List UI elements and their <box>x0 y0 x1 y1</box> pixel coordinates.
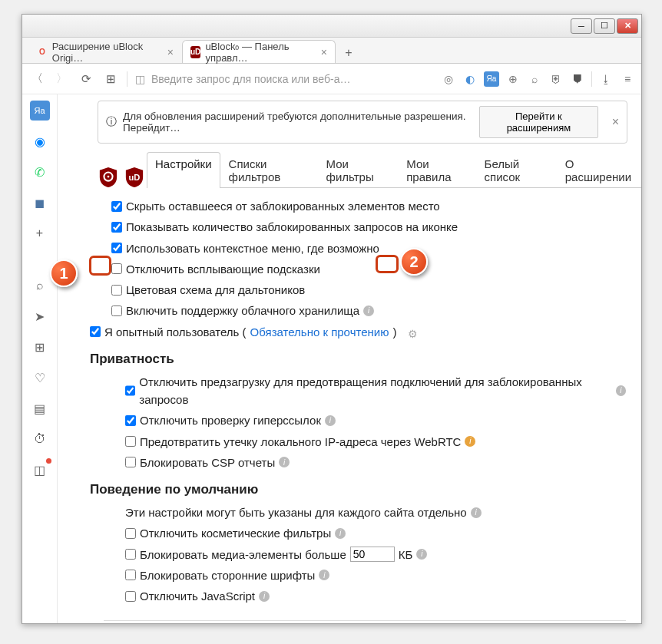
globe-icon[interactable]: ⊕ <box>505 71 521 87</box>
checkbox-webrtc[interactable] <box>125 436 136 447</box>
required-reading-link[interactable]: Обязательно к прочтению <box>250 323 389 341</box>
media-size-input[interactable] <box>350 547 395 562</box>
shield-icon[interactable]: ⛨ <box>548 71 564 87</box>
tab-filter-lists[interactable]: Списки фильтров <box>220 152 318 188</box>
download-icon[interactable]: ⭳ <box>598 71 614 87</box>
label: Цветовая схема для дальтоников <box>126 281 305 299</box>
forward-button[interactable]: 〉 <box>53 71 70 88</box>
info-icon[interactable]: i <box>279 457 290 467</box>
sidebar-search-icon[interactable]: ⌕ <box>30 276 50 296</box>
callout-2: 2 <box>400 248 428 276</box>
search-icon[interactable]: ⌕ <box>527 71 542 87</box>
sidebar-vk-icon[interactable]: ◼ <box>30 193 50 213</box>
tab-label: Расширение uBlock Origi… <box>52 41 160 64</box>
sidebar-grid-icon[interactable]: ⊞ <box>30 337 50 357</box>
checkbox-disable-hyperlink-audit[interactable] <box>125 415 136 426</box>
info-icon[interactable]: i <box>325 415 336 426</box>
translate-icon[interactable]: Яa <box>484 71 499 87</box>
checkbox-context-menu[interactable] <box>111 243 122 253</box>
sidebar-history-icon[interactable]: ⏱ <box>30 429 50 449</box>
camera-icon[interactable]: ◎ <box>441 71 456 87</box>
window-maximize-button[interactable]: ☐ <box>594 18 615 34</box>
settings-panel: Скрыть оставшееся от заблокированных эле… <box>67 188 641 623</box>
divider <box>127 71 127 87</box>
extension-icon: ◫ <box>135 73 145 85</box>
sidebar-add-icon[interactable]: + <box>30 223 50 243</box>
tab-settings[interactable]: Настройки <box>147 152 220 188</box>
sidebar: Яa ◉ ✆ ◼ + ⌕ ➤ ⊞ ♡ ▤ ⏱ ◫ <box>22 94 58 623</box>
label: Включить поддержку облачного хранилища <box>126 302 359 319</box>
tab-extension[interactable]: O Расширение uBlock Origi… × <box>28 40 182 63</box>
sidebar-translate-icon[interactable]: Яa <box>30 101 50 121</box>
sidebar-package-icon[interactable]: ◫ <box>30 460 50 480</box>
label: Отключить JavaScript <box>140 587 255 605</box>
label: Отключить всплывающие подсказки <box>126 260 320 278</box>
sidebar-send-icon[interactable]: ➤ <box>30 306 50 326</box>
gear-icon[interactable]: ⚙ <box>408 326 419 338</box>
reload-button[interactable]: ⟳ <box>78 71 94 88</box>
menu-icon[interactable]: ≡ <box>620 71 635 87</box>
new-tab-button[interactable]: + <box>339 43 359 63</box>
content-area: ⓘ Для обновления расширений требуются до… <box>58 94 641 623</box>
info-icon[interactable]: i <box>363 305 374 316</box>
checkbox-cloud-storage[interactable] <box>111 305 122 316</box>
info-icon[interactable]: i <box>471 507 482 518</box>
tab-about[interactable]: О расширении <box>557 152 641 188</box>
tab-whitelist[interactable]: Белый список <box>476 152 557 188</box>
info-icon: ⓘ <box>106 115 117 129</box>
label: Отключить предзагрузку для предотвращени… <box>139 373 611 409</box>
address-bar[interactable]: ◫ Введите запрос для поиска или веб-а… <box>135 73 433 85</box>
ublock-shield-icon <box>98 167 119 188</box>
behavior-desc: Эти настройки могут быть указаны для каж… <box>125 504 467 521</box>
info-icon[interactable]: i <box>465 436 475 447</box>
label: Отключить проверку гиперссылок <box>140 411 321 429</box>
checkbox-hide-placeholders[interactable] <box>111 201 122 212</box>
close-icon[interactable]: × <box>167 46 174 58</box>
window-minimize-button[interactable]: ─ <box>571 18 592 34</box>
opera-vpn-icon[interactable]: ◐ <box>462 71 478 87</box>
label: Предотвратить утечку локального IP-адрес… <box>140 433 461 451</box>
checkbox-block-fonts[interactable] <box>125 570 136 580</box>
window-close-button[interactable]: ✕ <box>617 18 638 34</box>
ublock-small-icon: uD <box>124 167 145 188</box>
info-icon[interactable]: i <box>335 528 346 539</box>
permissions-notice: ⓘ Для обновления расширений требуются до… <box>98 101 627 144</box>
speed-dial-button[interactable]: ⊞ <box>102 71 119 88</box>
label: Отключить косметические фильтры <box>140 524 331 542</box>
info-icon[interactable]: i <box>416 549 427 560</box>
shield2-icon[interactable]: ⛊ <box>570 71 585 87</box>
divider <box>591 71 592 87</box>
sidebar-heart-icon[interactable]: ♡ <box>30 368 50 388</box>
svg-text:uD: uD <box>129 173 141 182</box>
info-icon[interactable]: i <box>259 591 270 602</box>
back-button[interactable]: 〈 <box>28 71 45 88</box>
svg-point-1 <box>108 176 110 178</box>
sidebar-news-icon[interactable]: ▤ <box>30 398 50 418</box>
checkbox-disable-tooltips[interactable] <box>111 263 122 274</box>
checkbox-block-media[interactable] <box>125 549 136 560</box>
checkbox-disable-prefetch[interactable] <box>125 385 135 396</box>
goto-extensions-button[interactable]: Перейти к расширениям <box>479 106 598 138</box>
close-icon[interactable]: × <box>612 115 619 129</box>
highlight-box-1 <box>89 256 111 276</box>
ublock-icon: uD <box>190 46 200 58</box>
label: Я опытный пользователь ( <box>104 323 247 341</box>
close-icon[interactable]: × <box>321 46 327 58</box>
checkbox-csp-reports[interactable] <box>125 457 136 467</box>
tab-my-filters[interactable]: Мои фильтры <box>318 152 399 188</box>
sidebar-whatsapp-icon[interactable]: ✆ <box>30 162 50 182</box>
tab-label: uBlock₀ — Панель управл… <box>205 41 313 64</box>
checkbox-cosmetic-filters[interactable] <box>125 528 136 539</box>
label: Показывать количество заблокированных за… <box>126 218 458 236</box>
label: КБ <box>399 546 413 563</box>
checkbox-advanced-user[interactable] <box>90 326 101 337</box>
info-icon[interactable]: i <box>616 385 626 396</box>
tab-my-rules[interactable]: Мои правила <box>398 152 475 188</box>
label: Использовать контекстное меню, где возмо… <box>126 239 379 257</box>
info-icon[interactable]: i <box>319 570 329 580</box>
tab-ublock-dashboard[interactable]: uD uBlock₀ — Панель управл… × <box>182 40 336 63</box>
checkbox-disable-js[interactable] <box>125 591 136 602</box>
checkbox-colorblind[interactable] <box>111 285 122 296</box>
sidebar-messenger-icon[interactable]: ◉ <box>30 131 50 151</box>
checkbox-show-badge[interactable] <box>111 222 122 233</box>
